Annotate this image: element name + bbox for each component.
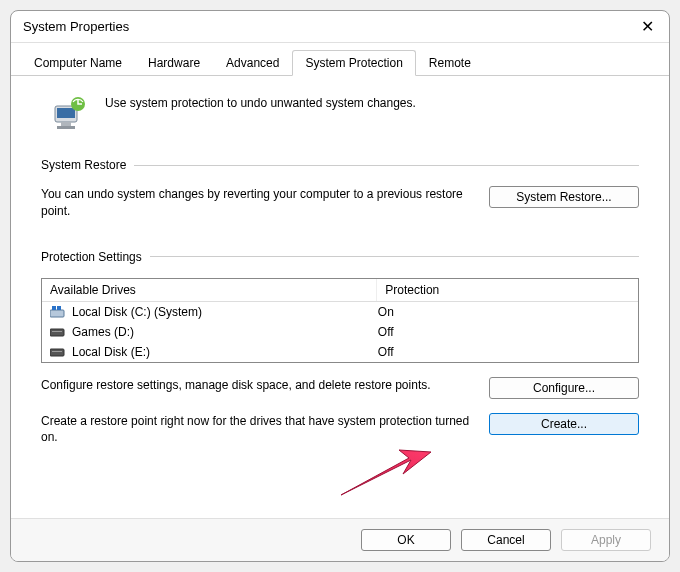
close-icon[interactable]: ✕: [637, 17, 657, 36]
svg-rect-7: [57, 306, 61, 310]
tab-hardware[interactable]: Hardware: [135, 50, 213, 76]
svg-rect-10: [50, 349, 64, 356]
section-header: Protection Settings: [41, 250, 639, 264]
cancel-button[interactable]: Cancel: [461, 529, 551, 551]
ok-button[interactable]: OK: [361, 529, 451, 551]
restore-row: You can undo system changes by reverting…: [41, 186, 639, 220]
restore-description: You can undo system changes by reverting…: [41, 186, 473, 220]
tab-advanced[interactable]: Advanced: [213, 50, 292, 76]
divider: [134, 165, 639, 166]
section-title-protection: Protection Settings: [41, 250, 142, 264]
create-row: Create a restore point right now for the…: [41, 413, 639, 447]
annotation-arrow-icon: [331, 440, 441, 500]
window-title: System Properties: [23, 19, 129, 34]
drive-protection-status: On: [378, 305, 630, 319]
svg-rect-2: [61, 122, 71, 126]
section-title-restore: System Restore: [41, 158, 126, 172]
divider: [150, 256, 639, 257]
titlebar: System Properties ✕: [11, 11, 669, 43]
tab-system-protection[interactable]: System Protection: [292, 50, 415, 76]
drives-table-body: Local Disk (C:) (System) On Games (D:) O…: [42, 302, 638, 362]
table-row[interactable]: Games (D:) Off: [42, 322, 638, 342]
column-header-drives[interactable]: Available Drives: [42, 279, 377, 301]
column-header-protection[interactable]: Protection: [377, 279, 638, 301]
drives-table-header: Available Drives Protection: [42, 279, 638, 302]
create-button[interactable]: Create...: [489, 413, 639, 435]
svg-rect-9: [52, 331, 62, 332]
drive-name-label: Games (D:): [72, 325, 134, 339]
tab-content: Use system protection to undo unwanted s…: [11, 76, 669, 518]
disk-drive-icon: [50, 346, 66, 358]
svg-rect-3: [57, 126, 75, 129]
svg-rect-11: [52, 351, 62, 352]
system-protection-icon: [51, 96, 91, 132]
configure-description: Configure restore settings, manage disk …: [41, 377, 473, 394]
table-row[interactable]: Local Disk (E:) Off: [42, 342, 638, 362]
configure-button[interactable]: Configure...: [489, 377, 639, 399]
drive-name-label: Local Disk (E:): [72, 345, 150, 359]
drive-name-label: Local Disk (C:) (System): [72, 305, 202, 319]
system-properties-dialog: System Properties ✕ Computer Name Hardwa…: [10, 10, 670, 562]
tab-strip: Computer Name Hardware Advanced System P…: [11, 43, 669, 76]
svg-rect-6: [52, 306, 56, 310]
svg-rect-1: [57, 108, 75, 118]
drive-protection-status: Off: [378, 345, 630, 359]
disk-drive-icon: [50, 326, 66, 338]
section-system-restore: System Restore You can undo system chang…: [41, 158, 639, 220]
tab-remote[interactable]: Remote: [416, 50, 484, 76]
table-row[interactable]: Local Disk (C:) (System) On: [42, 302, 638, 322]
configure-row: Configure restore settings, manage disk …: [41, 377, 639, 399]
system-drive-icon: [50, 306, 66, 318]
apply-button: Apply: [561, 529, 651, 551]
drive-protection-status: Off: [378, 325, 630, 339]
tab-computer-name[interactable]: Computer Name: [21, 50, 135, 76]
svg-rect-5: [50, 310, 64, 317]
system-restore-button[interactable]: System Restore...: [489, 186, 639, 208]
intro-row: Use system protection to undo unwanted s…: [41, 86, 639, 150]
section-header: System Restore: [41, 158, 639, 172]
drives-table: Available Drives Protection Local Disk (…: [41, 278, 639, 363]
create-description: Create a restore point right now for the…: [41, 413, 473, 447]
intro-text: Use system protection to undo unwanted s…: [105, 96, 416, 110]
dialog-footer: OK Cancel Apply: [11, 518, 669, 561]
section-protection-settings: Protection Settings Available Drives Pro…: [41, 250, 639, 447]
svg-rect-8: [50, 329, 64, 336]
